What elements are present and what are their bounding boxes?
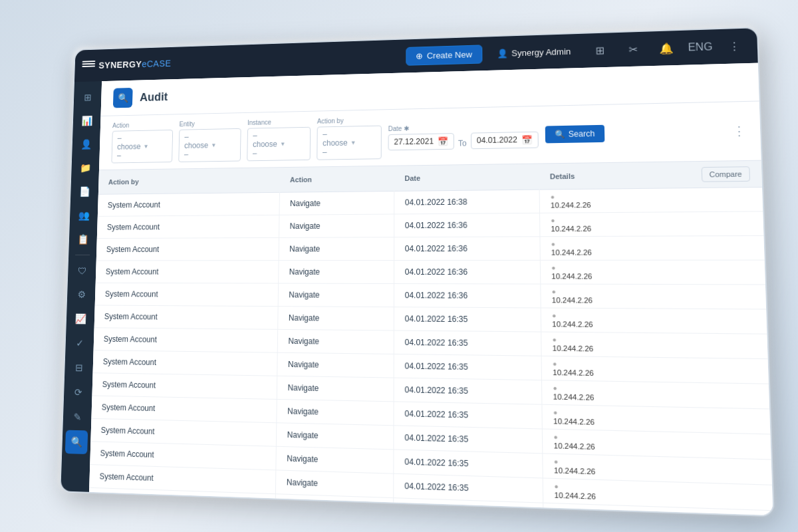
action-by-filter-label: Action by <box>317 116 382 125</box>
to-label: To <box>458 138 467 148</box>
sidebar-item-checklist[interactable]: ✓ <box>68 332 91 355</box>
compare-cell-8 <box>696 392 769 400</box>
sidebar-divider <box>75 255 90 255</box>
details-cell-7: ● 10.244.2.26 <box>541 356 696 382</box>
date-from-input[interactable]: 27.12.2021 📅 <box>388 133 454 150</box>
date-cell-7: 04.01.2022 16:35 <box>394 358 541 376</box>
sidebar-item-stack[interactable]: ⊟ <box>68 356 90 380</box>
compare-cell-9 <box>696 416 770 425</box>
action-cell-2: Navigate <box>279 241 394 257</box>
col-action: Action <box>279 166 394 193</box>
detail-dot-icon-1: ● <box>551 215 680 223</box>
ip-address-4: 10.244.2.26 <box>552 296 682 305</box>
table-row[interactable]: System Account Navigate 04.01.2022 16:36… <box>96 235 765 261</box>
sidebar-item-analytics[interactable]: 📈 <box>69 307 92 331</box>
logo-sub: eCASE <box>142 59 171 69</box>
table-row[interactable]: System Account Navigate 04.01.2022 16:36… <box>97 211 764 239</box>
grid-icon-btn[interactable]: ⊞ <box>586 37 614 64</box>
create-new-button[interactable]: ⊕ Create New <box>406 45 482 65</box>
calendar-from-icon: 📅 <box>438 136 448 146</box>
compare-cell-1 <box>691 220 763 227</box>
compare-cell-7 <box>695 366 768 374</box>
date-filter-label: Date ✱ <box>388 124 454 132</box>
lang-button[interactable]: ENG <box>686 33 715 61</box>
action-filter-group: Action – choose – ▼ <box>111 121 173 164</box>
action-by-cell-3: System Account <box>96 264 279 280</box>
action-cell-4: Navigate <box>279 287 394 303</box>
date-cell-2: 04.01.2022 16:36 <box>394 240 539 257</box>
sidebar-item-folder[interactable]: 📁 <box>74 157 97 180</box>
instance-select[interactable]: – choose – ▼ <box>247 127 311 162</box>
user-icon: 👤 <box>497 48 507 58</box>
action-cell-12: Navigate <box>276 474 393 494</box>
sidebar-item-person[interactable]: 👥 <box>72 204 95 227</box>
instance-filter-label: Instance <box>247 118 311 126</box>
sidebar-item-doc[interactable]: 📄 <box>73 180 96 203</box>
date-cell-4: 04.01.2022 16:36 <box>394 287 540 304</box>
entity-select[interactable]: – choose – ▼ <box>178 128 241 162</box>
sidebar-item-edit[interactable]: ✎ <box>66 405 88 429</box>
compare-cell-10 <box>697 442 771 451</box>
action-select-value: – choose – <box>117 134 142 160</box>
action-cell-8: Navigate <box>277 380 393 398</box>
user-button[interactable]: 👤 Synergy Admin <box>487 42 581 63</box>
action-select[interactable]: – choose – ▼ <box>111 130 173 164</box>
date-cell-13: 04.01.2022 16:35 <box>394 501 543 515</box>
sidebar-item-book[interactable]: 📋 <box>72 228 94 251</box>
bell-icon-btn[interactable]: 🔔 <box>652 35 680 62</box>
action-by-select[interactable]: – choose – ▼ <box>317 126 382 160</box>
tools-icon-btn[interactable]: ✂ <box>618 36 647 63</box>
details-cell-10: ● 10.244.2.26 <box>542 429 697 457</box>
compare-header-button[interactable]: Compare <box>701 166 750 182</box>
action-chevron-icon: ▼ <box>143 143 167 150</box>
detail-dot-icon-4: ● <box>552 288 682 296</box>
col-date: Date <box>394 164 539 192</box>
content-area: 🔍 Audit Action – choose – ▼ Entity <box>89 63 773 515</box>
action-cell-1: Navigate <box>279 217 394 234</box>
details-cell-5: ● 10.244.2.26 <box>541 308 694 332</box>
action-by-select-value: – choose – <box>323 129 348 156</box>
search-button[interactable]: 🔍 Search <box>545 125 605 144</box>
details-cell-11: ● 10.244.2.26 <box>543 454 698 482</box>
detail-dot-icon-3: ● <box>551 264 681 271</box>
action-by-cell-10: System Account <box>91 422 277 443</box>
detail-dot-icon-6: ● <box>552 336 682 345</box>
table-row[interactable]: System Account Navigate 04.01.2022 16:36… <box>96 260 765 285</box>
details-cell-3: ● 10.244.2.26 <box>540 261 692 284</box>
date-cell-3: 04.01.2022 16:36 <box>394 264 540 281</box>
more-options-btn[interactable]: ⋮ <box>720 33 749 61</box>
page-title: Audit <box>140 90 168 104</box>
ip-address-0: 10.244.2.26 <box>551 200 680 209</box>
sidebar-item-sync[interactable]: ⟳ <box>66 380 89 404</box>
date-cell-10: 04.01.2022 16:35 <box>394 429 542 450</box>
action-by-cell-2: System Account <box>96 241 279 257</box>
sidebar-item-users[interactable]: 👤 <box>75 133 97 156</box>
date-to-value: 04.01.2022 <box>477 135 517 145</box>
sidebar-item-audit[interactable]: 🔍 <box>65 430 88 454</box>
date-cell-8: 04.01.2022 16:35 <box>394 382 541 401</box>
action-by-cell-13: System Account <box>89 491 275 514</box>
audit-table: Action by Action Date Details Compare <box>89 161 773 515</box>
sidebar-item-gear[interactable]: ⚙ <box>70 283 92 307</box>
details-cell-4: ● 10.244.2.26 <box>541 285 694 309</box>
date-to-input[interactable]: 04.01.2022 📅 <box>471 131 539 149</box>
details-cell-2: ● 10.244.2.26 <box>540 236 692 259</box>
action-by-cell-8: System Account <box>92 376 277 396</box>
sidebar-item-dashboard[interactable]: ⊞ <box>76 86 98 109</box>
action-by-cell-4: System Account <box>95 287 278 303</box>
audit-table-container: Action by Action Date Details Compare <box>89 161 773 515</box>
action-by-cell-11: System Account <box>90 445 275 466</box>
sidebar-item-shield[interactable]: 🛡 <box>70 259 93 281</box>
entity-select-value: – choose – <box>184 132 209 159</box>
sidebar-item-chart[interactable]: 📊 <box>76 110 98 132</box>
create-new-label: Create New <box>427 49 472 61</box>
action-by-cell-12: System Account <box>89 468 275 490</box>
action-cell-9: Navigate <box>277 403 393 422</box>
more-filter-options[interactable]: ⋮ <box>732 124 745 139</box>
search-icon: 🔍 <box>555 130 565 139</box>
compare-cell-0 <box>690 196 762 203</box>
col-compare: Compare <box>690 161 762 188</box>
search-label: Search <box>569 129 595 139</box>
date-cell-11: 04.01.2022 16:35 <box>394 454 542 474</box>
compare-cell-5 <box>694 317 767 325</box>
